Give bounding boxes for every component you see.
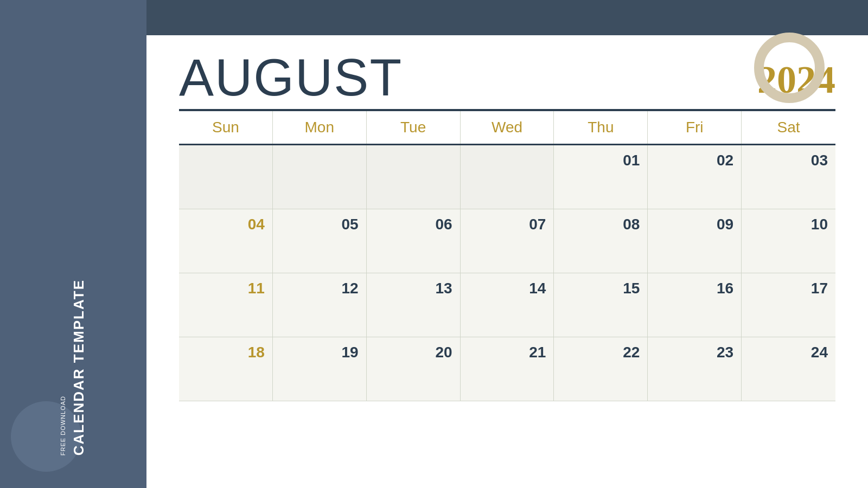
calendar-cell: 15 <box>554 273 648 337</box>
calendar-cell: 01 <box>554 145 648 209</box>
free-download-label: FREE DOWNLOAD <box>60 396 66 455</box>
cell-date: 01 <box>623 150 640 169</box>
calendar-main: AUGUST 2024 SunMonTueWedThuFriSat 000000… <box>146 0 868 488</box>
cell-date: 23 <box>717 342 733 361</box>
day-header-tue: Tue <box>367 111 461 144</box>
cell-date: 07 <box>529 214 546 233</box>
day-header-sun: Sun <box>179 111 273 144</box>
calendar-cell: 16 <box>648 273 742 337</box>
cell-date: 22 <box>623 342 640 361</box>
calendar-cell: 11 <box>179 273 273 337</box>
day-header-mon: Mon <box>273 111 367 144</box>
calendar-cell: 00 <box>179 145 273 209</box>
cell-date: 16 <box>717 278 733 297</box>
calendar-cell: 05 <box>273 209 367 273</box>
calendar-cell: 22 <box>554 337 648 401</box>
calendar-cell: 02 <box>648 145 742 209</box>
top-bar <box>146 0 868 35</box>
calendar-cell: 08 <box>554 209 648 273</box>
calendar-cell: 12 <box>273 273 367 337</box>
cell-date: 19 <box>342 342 359 361</box>
cell-date: 10 <box>811 214 828 233</box>
sidebar: FREE DOWNLOAD CALENDAR TEMPLATE <box>0 0 146 488</box>
calendar-cell: 04 <box>179 209 273 273</box>
cell-date: 09 <box>717 214 733 233</box>
day-header-sat: Sat <box>742 111 835 144</box>
calendar-cell: 18 <box>179 337 273 401</box>
calendar-content: AUGUST 2024 SunMonTueWedThuFriSat 000000… <box>146 35 868 488</box>
day-header-thu: Thu <box>554 111 648 144</box>
decorative-circle-top <box>754 33 825 103</box>
calendar-cell: 00 <box>273 145 367 209</box>
calendar-cell: 24 <box>742 337 835 401</box>
calendar-cell: 14 <box>461 273 554 337</box>
calendar-cell: 21 <box>461 337 554 401</box>
cell-date: 11 <box>248 278 265 297</box>
calendar-template-label: CALENDAR TEMPLATE <box>71 279 87 455</box>
calendar-cell: 09 <box>648 209 742 273</box>
calendar-cell: 00 <box>367 145 461 209</box>
day-header-fri: Fri <box>648 111 742 144</box>
days-of-week-header: SunMonTueWedThuFriSat <box>179 111 835 145</box>
cell-date: 24 <box>811 342 828 361</box>
cell-date: 04 <box>248 214 265 233</box>
cell-date: 13 <box>435 278 452 297</box>
cell-date: 17 <box>811 278 828 297</box>
cell-date: 21 <box>529 342 546 361</box>
cell-date: 02 <box>717 150 733 169</box>
sidebar-text-container: FREE DOWNLOAD CALENDAR TEMPLATE <box>60 279 87 466</box>
cell-date: 18 <box>248 342 265 361</box>
calendar-cell: 19 <box>273 337 367 401</box>
cell-date: 20 <box>435 342 452 361</box>
cell-date: 06 <box>435 214 452 233</box>
cell-date: 08 <box>623 214 640 233</box>
cell-date: 03 <box>811 150 828 169</box>
calendar-cell: 13 <box>367 273 461 337</box>
cell-date: 15 <box>623 278 640 297</box>
month-title: AUGUST <box>179 52 403 104</box>
cell-date: 14 <box>529 278 546 297</box>
calendar-cell: 00 <box>461 145 554 209</box>
calendar-cell: 23 <box>648 337 742 401</box>
day-header-wed: Wed <box>461 111 554 144</box>
calendar-cell: 10 <box>742 209 835 273</box>
calendar-header: AUGUST 2024 <box>179 46 835 109</box>
cell-date: 05 <box>342 214 359 233</box>
cell-date: 12 <box>342 278 359 297</box>
calendar-cell: 03 <box>742 145 835 209</box>
calendar-cell: 17 <box>742 273 835 337</box>
calendar-cell: 06 <box>367 209 461 273</box>
calendar-grid: 0000000001020304050607080910111213141516… <box>179 145 835 401</box>
calendar-cell: 07 <box>461 209 554 273</box>
calendar-cell: 20 <box>367 337 461 401</box>
